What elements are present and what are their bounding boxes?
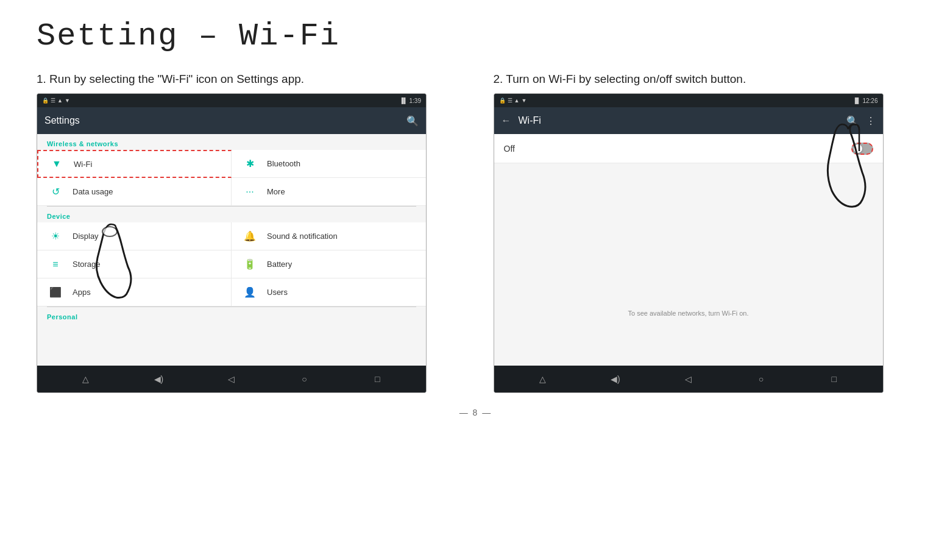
wifi-toggle[interactable] [851, 143, 873, 155]
step1-block: 1. Run by selecting the "Wi-Fi" icon on … [37, 73, 457, 395]
app-bar-2: ← Wi-Fi 🔍 ⋮ [494, 107, 883, 134]
data-usage-item[interactable]: ↺ Data usage [37, 178, 232, 206]
bottom-nav-1: △ ◀) ◁ ○ □ [37, 366, 426, 392]
screen2-wrapper: 🔒 ☰ ▲ ▼ ▐▌ 12:26 ← Wi-Fi 🔍 ⋮ [494, 93, 884, 393]
battery-item-icon: 🔋 [241, 256, 258, 273]
volume-btn-1[interactable]: ◀) [149, 374, 168, 384]
home-btn-2[interactable]: △ [533, 374, 551, 384]
wifi-hint: To see available networks, turn Wi-Fi on… [494, 310, 883, 317]
users-item[interactable]: 👤 Users [232, 278, 426, 307]
wifi-item[interactable]: ▼ Wi-Fi [37, 150, 232, 178]
back-arrow-icon[interactable]: ← [502, 115, 511, 126]
data-usage-label: Data usage [73, 187, 221, 196]
circle-btn-1[interactable]: ○ [296, 374, 314, 384]
battery-label: Battery [267, 260, 416, 269]
bluetooth-icon: ✱ [241, 155, 258, 172]
wifi-off-row: Off [494, 134, 883, 163]
users-label: Users [267, 288, 416, 297]
device-header: Device [37, 207, 426, 222]
instructions-row: 1. Run by selecting the "Wi-Fi" icon on … [37, 73, 913, 395]
display-icon: ☀ [47, 228, 64, 245]
status-icons-1: 🔒 ☰ ▲ ▼ [42, 97, 70, 104]
storage-icon: ≡ [47, 256, 64, 273]
status-time-1: 1:39 [409, 97, 421, 104]
menu-icon-2: ☰ [508, 97, 512, 104]
battery-icon: ▐▌ [400, 97, 408, 104]
apps-item[interactable]: ⬛ Apps [37, 278, 232, 307]
step2-label: 2. Turn on Wi-Fi by selecting on/off swi… [494, 73, 914, 86]
screen1: 🔒 ☰ ▲ ▼ ▐▌ 1:39 Settings 🔍 [37, 93, 427, 393]
sound-icon: 🔔 [241, 228, 258, 245]
users-icon: 👤 [241, 284, 258, 301]
sound-item[interactable]: 🔔 Sound & notification [232, 222, 426, 250]
wireless-header: Wireless & networks [37, 134, 426, 150]
lock-icon: 🔒 [42, 97, 49, 104]
display-item[interactable]: ☀ Display [37, 222, 232, 250]
back-btn-2[interactable]: ◁ [679, 374, 697, 384]
bluetooth-label: Bluetooth [267, 159, 416, 168]
data-usage-icon: ↺ [47, 183, 64, 200]
status-bar-1: 🔒 ☰ ▲ ▼ ▐▌ 1:39 [37, 94, 426, 107]
back-btn-1[interactable]: ◁ [222, 374, 241, 384]
wifi-icon: ▼ [48, 155, 65, 172]
battery-item[interactable]: 🔋 Battery [232, 250, 426, 278]
status-bar-2: 🔒 ☰ ▲ ▼ ▐▌ 12:26 [494, 94, 883, 107]
storage-label: Storage [73, 260, 221, 269]
app-bar-title-2: Wi-Fi [519, 115, 839, 126]
wifi-status-icon: ▲ [57, 97, 63, 104]
storage-item[interactable]: ≡ Storage [37, 250, 232, 278]
lock-icon-2: 🔒 [499, 97, 506, 104]
right-status-icons-2: ▐▌ 12:26 [853, 97, 878, 104]
page-title: Setting – Wi-Fi [37, 18, 913, 54]
right-status-icons-1: ▐▌ 1:39 [400, 97, 421, 104]
search-icon-1[interactable]: 🔍 [406, 115, 419, 127]
bottom-nav-2: △ ◀) ◁ ○ □ [494, 366, 883, 392]
apps-icon: ⬛ [47, 284, 64, 301]
more-item[interactable]: ··· More [232, 178, 426, 206]
square-btn-2[interactable]: □ [825, 374, 843, 384]
screen1-wrapper: 🔒 ☰ ▲ ▼ ▐▌ 1:39 Settings 🔍 [37, 93, 427, 393]
signal-icon-2: ▼ [521, 97, 526, 104]
device-grid: ☀ Display 🔔 Sound & notification ≡ Stora… [37, 222, 426, 307]
sound-label: Sound & notification [267, 232, 416, 241]
bluetooth-item[interactable]: ✱ Bluetooth [232, 150, 426, 178]
circle-btn-2[interactable]: ○ [752, 374, 770, 384]
menu-icon: ☰ [51, 97, 55, 104]
home-btn-1[interactable]: △ [77, 374, 95, 384]
square-btn-1[interactable]: □ [368, 374, 386, 384]
settings-content-1: Wireless & networks ▼ Wi-Fi ✱ Bluetooth … [37, 134, 426, 366]
page-number: — 8 — [37, 408, 913, 417]
screen2: 🔒 ☰ ▲ ▼ ▐▌ 12:26 ← Wi-Fi 🔍 ⋮ [494, 93, 884, 393]
status-time-2: 12:26 [862, 97, 877, 104]
more-icon: ··· [241, 183, 258, 200]
wifi-status-icon-2: ▲ [514, 97, 520, 104]
step2-block: 2. Turn on Wi-Fi by selecting on/off swi… [494, 73, 914, 395]
more-label: More [267, 187, 416, 196]
app-bar-1: Settings 🔍 [37, 107, 426, 134]
status-icons-2: 🔒 ☰ ▲ ▼ [499, 97, 527, 104]
more-vert-icon[interactable]: ⋮ [866, 115, 876, 127]
wireless-grid: ▼ Wi-Fi ✱ Bluetooth ↺ Data usage ··· [37, 150, 426, 206]
signal-icon: ▼ [65, 97, 70, 104]
search-icon-2[interactable]: 🔍 [846, 115, 859, 127]
toggle-knob [854, 144, 862, 153]
wifi-label: Wi-Fi [74, 160, 221, 169]
wifi-off-text: Off [504, 144, 515, 154]
battery-icon-2: ▐▌ [853, 97, 861, 104]
personal-header: Personal [37, 307, 426, 323]
display-label: Display [73, 232, 221, 241]
wifi-screen-content: Off To see available networks, turn Wi-F… [494, 134, 883, 366]
apps-label: Apps [73, 288, 221, 297]
volume-btn-2[interactable]: ◀) [606, 374, 625, 384]
step1-label: 1. Run by selecting the "Wi-Fi" icon on … [37, 73, 457, 86]
app-bar-title-1: Settings [44, 115, 399, 126]
